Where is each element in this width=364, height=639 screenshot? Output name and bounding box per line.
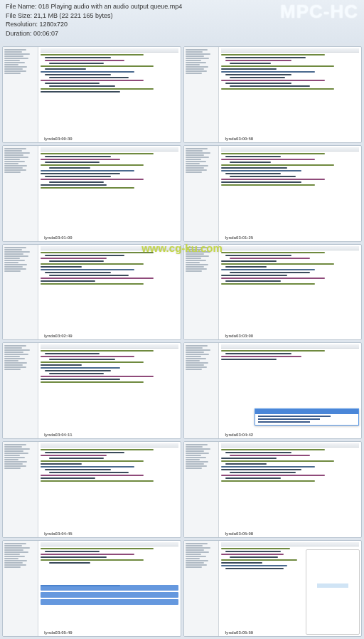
ide-sidebar xyxy=(3,343,38,438)
ide-sidebar xyxy=(184,442,220,537)
ide-sidebar xyxy=(3,442,38,537)
filename-value: 018 Playing audio with an audio output q… xyxy=(38,3,182,10)
thumbnail-8[interactable]: lynda03:04:42 xyxy=(183,342,363,439)
ide-sidebar xyxy=(3,245,38,340)
selection-highlight xyxy=(41,592,178,598)
ide-editor: lynda03:05:59 xyxy=(219,541,361,636)
brand-watermark: lynda03:01:00 xyxy=(44,236,73,240)
resolution-value: 1280x720 xyxy=(40,21,68,28)
filesize-value: 21,1 MB (22 221 165 bytes) xyxy=(34,12,113,19)
brand-watermark: lynda03:04:11 xyxy=(44,433,73,437)
ide-editor: lynda03:03:00 xyxy=(219,245,361,340)
ide-editor: lynda03:05:49 xyxy=(38,541,181,636)
autocomplete-popup[interactable] xyxy=(255,408,359,426)
brand-watermark: lynda03:00:30 xyxy=(44,137,73,141)
brand-watermark: lynda03:03:00 xyxy=(225,334,253,338)
thumbnail-3[interactable]: lynda03:01:00 xyxy=(2,145,181,242)
brand-watermark: lynda03:01:25 xyxy=(225,236,253,240)
ide-sidebar xyxy=(3,146,38,241)
thumbnail-4[interactable]: lynda03:01:25 xyxy=(183,145,363,242)
ide-editor: lynda03:00:30 xyxy=(38,47,181,142)
ide-editor: lynda03:00:58 xyxy=(219,47,361,142)
selection-highlight xyxy=(41,599,178,605)
ide-sidebar xyxy=(184,47,220,142)
ide-sidebar xyxy=(184,343,220,438)
thumbnail-7[interactable]: lynda03:04:11 xyxy=(2,342,181,439)
ide-editor: lynda03:05:08 xyxy=(219,442,361,537)
brand-watermark: lynda03:05:59 xyxy=(225,630,253,635)
thumbnail-10[interactable]: lynda03:05:08 xyxy=(183,441,363,538)
ide-sidebar xyxy=(3,541,38,636)
app-logo: MPC-HC xyxy=(280,0,358,24)
ide-editor: lynda03:01:25 xyxy=(219,146,361,241)
ide-sidebar xyxy=(184,146,220,241)
thumbnail-11[interactable]: lynda03:05:49 xyxy=(2,540,181,637)
ide-editor: lynda03:04:45 xyxy=(38,442,181,537)
filename-label: File Name: xyxy=(6,3,37,10)
filesize-label: File Size: xyxy=(6,12,32,19)
brand-watermark: lynda03:04:42 xyxy=(225,433,253,437)
ide-editor: lynda03:02:49 xyxy=(38,245,181,340)
ide-editor: lynda03:04:11 xyxy=(38,343,181,438)
ide-sidebar xyxy=(3,47,38,142)
thumbnail-grid: lynda03:00:30 lynda03:00:58 lynda03:01:0… xyxy=(0,44,364,639)
file-info-header: File Name: 018 Playing audio with an aud… xyxy=(0,0,364,43)
brand-watermark: lynda03:05:08 xyxy=(225,532,253,536)
thumbnail-12[interactable]: lynda03:05:59 xyxy=(183,540,363,637)
ide-editor: lynda03:04:42 xyxy=(219,343,361,438)
selection-highlight xyxy=(41,585,178,591)
duration-label: Duration: xyxy=(6,30,32,37)
thumbnail-1[interactable]: lynda03:00:30 xyxy=(2,46,181,143)
thumbnail-6[interactable]: lynda03:03:00 xyxy=(183,244,363,341)
resolution-label: Resolution: xyxy=(6,21,38,28)
thumbnail-2[interactable]: lynda03:00:58 xyxy=(183,46,363,143)
brand-watermark: lynda03:05:49 xyxy=(44,630,73,635)
duration-value: 00:06:07 xyxy=(33,30,58,37)
ide-sidebar xyxy=(184,541,220,636)
brand-watermark: lynda03:04:45 xyxy=(44,532,73,536)
brand-watermark: lynda03:02:49 xyxy=(44,334,73,338)
brand-watermark: lynda03:00:58 xyxy=(225,137,253,141)
thumbnail-9[interactable]: lynda03:04:45 xyxy=(2,441,181,538)
ide-sidebar xyxy=(184,245,220,340)
ide-editor: lynda03:01:00 xyxy=(38,146,181,241)
thumbnail-5[interactable]: lynda03:02:49 xyxy=(2,244,181,341)
preview-pane xyxy=(306,549,360,635)
